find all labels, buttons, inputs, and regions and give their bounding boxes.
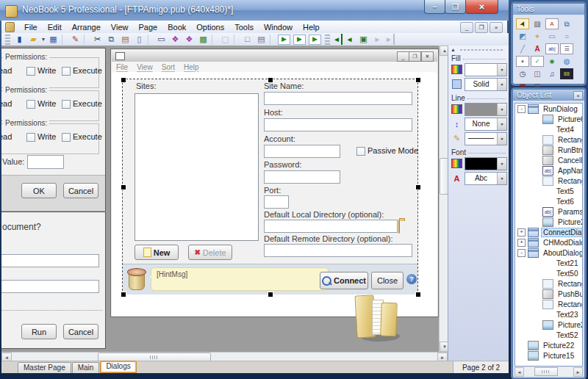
object-tree-item[interactable]: Rectangle4 [515, 134, 582, 145]
line-color-select[interactable] [465, 103, 507, 116]
combobox-tool[interactable]: ▼ [516, 56, 529, 67]
article-tool[interactable]: A [545, 18, 559, 29]
radio-tool[interactable]: ◉ [545, 56, 559, 67]
page-tab[interactable]: Main [72, 362, 100, 373]
designer-titlebar[interactable]: _ ❐ ✕ [112, 50, 437, 62]
text-entry-tool[interactable]: ab| [545, 43, 559, 54]
save-icon[interactable]: ▦ [46, 34, 60, 45]
media-tool[interactable]: ♫ [545, 68, 559, 79]
object-tree-item[interactable]: - AboutDialog [515, 248, 582, 258]
object-tree-item[interactable]: CancelBtn [515, 155, 582, 165]
action-editor-icon[interactable]: ❖ [168, 34, 182, 45]
object-tree-item[interactable]: Rectangle6 [515, 176, 582, 186]
dropdown-arrow-icon[interactable] [497, 173, 506, 184]
sep[interactable] [212, 35, 217, 45]
run-from-page-icon[interactable]: ▶ [309, 35, 321, 45]
minimize-button[interactable]: – [424, 0, 445, 14]
mdi-restore-button[interactable]: ❐ [475, 22, 488, 33]
open-dropdown-icon[interactable]: ▾ [40, 34, 46, 45]
tree-expander-icon[interactable]: - [517, 105, 526, 113]
account-input[interactable] [264, 145, 340, 158]
selection-handle[interactable] [415, 77, 421, 83]
panel-grip[interactable] [460, 49, 503, 51]
dropdown-arrow-icon[interactable] [497, 64, 506, 76]
object-tree-item[interactable]: Text6 [515, 196, 582, 206]
colors-icon[interactable]: ▩ [196, 34, 210, 45]
execute-checkbox[interactable] [62, 67, 71, 76]
menu-item[interactable]: Edit [43, 22, 67, 32]
timer-tool[interactable]: ◷ [516, 68, 529, 79]
object-tree-item[interactable]: Rectangle19 [515, 299, 582, 309]
copy-icon[interactable]: ⧉ [104, 34, 118, 45]
first-page-icon[interactable]: ◄ [332, 34, 343, 45]
execute-checkbox[interactable] [62, 100, 71, 109]
selection-handle[interactable] [268, 292, 273, 297]
object-tree-item[interactable]: Picture6 [515, 114, 582, 124]
write-checkbox[interactable] [26, 100, 35, 109]
sep[interactable] [84, 35, 89, 45]
object-tree-item[interactable]: - RunDialog [515, 104, 582, 114]
object-tree-item[interactable]: Text23 [515, 309, 582, 320]
menu-item[interactable]: Page [134, 22, 163, 32]
selection-handle[interactable] [121, 184, 126, 190]
new-page-icon[interactable]: □ [240, 34, 254, 45]
ellipse-tool[interactable]: ○ [560, 31, 573, 42]
local-dir-input[interactable] [264, 220, 398, 233]
functions-icon[interactable]: ❖ [182, 34, 196, 45]
help-button[interactable]: ? [406, 274, 417, 284]
dropdown-arrow-icon[interactable] [497, 133, 506, 145]
tree-scroll-left-icon[interactable]: ◄ [514, 367, 524, 377]
paste-icon[interactable]: ▤ [118, 34, 132, 45]
object-tree-item[interactable]: Picture22 [515, 340, 582, 350]
tree-hscroll-thumb[interactable] [534, 367, 558, 376]
object-tree-item[interactable]: Text21 [515, 258, 582, 268]
maximize-button[interactable]: ❐ [445, 0, 466, 14]
prev-page-icon[interactable]: ◄ [343, 34, 356, 45]
host-input[interactable] [264, 118, 412, 131]
connect-button[interactable]: Connect [320, 272, 368, 289]
run-cancel-button[interactable]: Cancel [63, 324, 98, 339]
mdi-minimize-button[interactable]: _ [460, 22, 473, 33]
object-tree-item[interactable]: Text52 [515, 330, 582, 340]
new-button[interactable]: New [135, 245, 179, 260]
sep[interactable] [234, 35, 239, 45]
object-tree-item[interactable]: AppName [515, 165, 582, 176]
menu-item[interactable]: Arrange [67, 22, 106, 32]
selection-handle[interactable] [415, 184, 421, 190]
delete-icon[interactable]: ▯ [132, 34, 146, 45]
panel-scroll-up-icon[interactable]: ▲ [451, 47, 456, 52]
run-page-icon[interactable]: ▶ [278, 35, 290, 45]
menu-item[interactable]: Options [191, 22, 229, 32]
cancel-button[interactable]: Cancel [63, 183, 98, 198]
ftp-form-selection[interactable]: Sites: New ✖ Delete Site Name: Host: Acc… [123, 79, 417, 294]
object-tree-item[interactable]: PushButton18 [515, 289, 582, 299]
fill-style-select[interactable]: Solid [465, 78, 507, 91]
gradient-rect-tool[interactable]: ▨ [531, 18, 544, 29]
folder-picture-object[interactable] [350, 294, 403, 345]
selection-handle[interactable] [268, 77, 273, 83]
object-tree-item[interactable]: + ConnectDialog [515, 227, 582, 237]
run-field-1[interactable] [1, 254, 99, 267]
close-dialog-button[interactable]: Close [371, 272, 404, 289]
web-browser-tool[interactable]: ◍ [560, 56, 573, 67]
checkbox-tool[interactable]: ✓ [531, 56, 544, 67]
write-checkbox[interactable] [26, 67, 35, 76]
line-width-select[interactable]: None [465, 118, 507, 131]
designer-menu-item[interactable]: File [112, 63, 132, 71]
listbox-tool[interactable]: ☰ [560, 43, 573, 54]
dropdown-arrow-icon[interactable] [497, 158, 506, 170]
slider-tool[interactable]: ◫ [531, 68, 544, 79]
next-page-icon[interactable]: ► [370, 34, 384, 45]
designer-menu-item[interactable]: Help [179, 63, 204, 71]
ok-button[interactable]: OK [21, 183, 57, 198]
write-checkbox[interactable] [26, 133, 35, 142]
object-tree-item[interactable]: Params [515, 206, 582, 217]
text-tool[interactable]: A [531, 43, 544, 54]
palette-close-icon[interactable] [573, 91, 583, 100]
font-color-select[interactable] [465, 157, 507, 170]
new-book-icon[interactable]: ▮ [12, 34, 26, 45]
object-tree-item[interactable]: Rectangle17 [515, 278, 582, 289]
line-tool[interactable]: ╱ [516, 43, 529, 54]
fill-color-select[interactable] [465, 63, 507, 76]
page-tab[interactable]: Dialogs [100, 361, 136, 373]
